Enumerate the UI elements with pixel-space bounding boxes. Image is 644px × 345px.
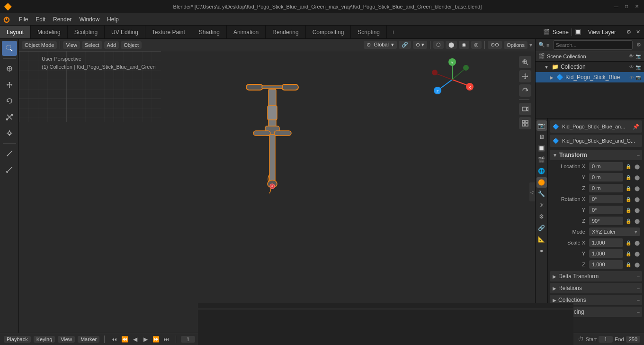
right-panel-collapse[interactable]: ◁	[529, 182, 535, 201]
prop-active-data-row[interactable]: 🔷 Kid_Pogo_Stick_Blue_and_G...	[550, 135, 642, 147]
viewport-gizmo[interactable]: Y X Z	[431, 58, 474, 101]
outliner-filter-icon[interactable]: ≡	[546, 42, 549, 48]
pogo-eye-icon[interactable]: 👁	[629, 75, 634, 80]
snap-button[interactable]: 🔗	[399, 41, 411, 49]
viewport-view-menu[interactable]: View	[63, 41, 80, 49]
shading-material-button[interactable]: ◉	[459, 41, 469, 49]
prop-view-layer-icon[interactable]: 🔲	[537, 143, 547, 154]
location-z-anim[interactable]: ⬤	[634, 185, 640, 191]
prop-output-icon[interactable]: 🖥	[537, 132, 547, 142]
rotation-y-lock[interactable]: 🔒	[625, 207, 632, 213]
zoom-tool[interactable]	[519, 56, 531, 68]
prev-frame-button[interactable]: ◀	[130, 335, 140, 344]
jump-prev-button[interactable]: ⏪	[120, 335, 129, 344]
prop-material-icon[interactable]: ●	[537, 245, 547, 256]
scene-name[interactable]: Scene	[553, 29, 569, 36]
location-y-anim[interactable]: ⬤	[634, 174, 640, 181]
keying-menu[interactable]: Keying	[34, 336, 55, 343]
shading-render-button[interactable]: ◎	[471, 41, 482, 49]
viewport-object-menu[interactable]: Object	[121, 41, 142, 49]
collection-eye-icon[interactable]: 👁	[629, 64, 634, 70]
transform-tool-button[interactable]	[2, 126, 17, 141]
rotation-x-anim[interactable]: ⬤	[634, 196, 640, 202]
prop-active-object-row[interactable]: 🔷 Kid_Pogo_Stick_Blue_an... 📌	[550, 120, 642, 133]
prop-render-icon[interactable]: 📷	[537, 120, 547, 131]
tab-rendering[interactable]: Rendering	[266, 26, 305, 38]
location-y-lock[interactable]: 🔒	[625, 174, 632, 181]
next-frame-button[interactable]: ⏩	[151, 335, 161, 344]
pogo-render-icon[interactable]: 📷	[635, 75, 641, 80]
rotate-tool-button[interactable]	[2, 93, 17, 109]
menu-help[interactable]: Help	[103, 15, 123, 24]
tab-layout[interactable]: Layout	[0, 26, 31, 38]
rotation-mode-dropdown[interactable]: XYZ Euler ▾	[589, 227, 640, 236]
measure-tool-button[interactable]	[2, 162, 17, 177]
select-tool-button[interactable]	[2, 41, 17, 56]
cursor-tool-button[interactable]	[2, 61, 17, 76]
jump-end-button[interactable]: ⏭	[161, 335, 171, 344]
prop-particles-icon[interactable]: ✳	[537, 200, 547, 210]
scale-z-anim[interactable]: ⬤	[634, 261, 640, 268]
menu-edit[interactable]: Edit	[32, 15, 49, 24]
jump-start-button[interactable]: ⏮	[109, 335, 119, 344]
prop-object-data-icon[interactable]: 📐	[537, 234, 547, 245]
layout-view-tool[interactable]	[519, 117, 531, 129]
scale-y-anim[interactable]: ⬤	[634, 250, 640, 257]
viewport-canvas[interactable]: User Perspective (1) Collection | Kid_Po…	[19, 51, 535, 333]
relations-header[interactable]: ▶ Relations ···	[550, 283, 642, 293]
rotation-z-lock[interactable]: 🔒	[625, 218, 632, 224]
pivot-dropdown[interactable]: ⊙ Global ▾	[364, 41, 397, 49]
location-z-lock[interactable]: 🔒	[625, 185, 632, 191]
tab-modeling[interactable]: Modeling	[31, 26, 68, 38]
shading-wire-button[interactable]: ⬡	[433, 41, 444, 49]
end-frame-field[interactable]: 250	[626, 336, 640, 343]
tab-sculpting[interactable]: Sculpting	[68, 26, 105, 38]
current-frame-indicator[interactable]: 1	[181, 336, 195, 343]
orbit-tool[interactable]	[519, 84, 531, 97]
camera-view-tool[interactable]	[519, 103, 531, 115]
marker-menu[interactable]: Marker	[78, 336, 99, 343]
shading-solid-button[interactable]: ⬤	[446, 41, 457, 49]
transform-section-header[interactable]: ▼ Transform ···	[550, 150, 642, 160]
playback-menu[interactable]: Playback	[4, 336, 31, 343]
pan-tool[interactable]	[519, 70, 531, 82]
tab-animation[interactable]: Animation	[227, 26, 266, 38]
prop-scene-icon[interactable]: 🎬	[537, 154, 547, 165]
rotation-x-lock[interactable]: 🔒	[625, 196, 632, 202]
viewport[interactable]: Object Mode View Select Add Object ⊙ Glo…	[19, 39, 535, 333]
prop-physics-icon[interactable]: ⚙	[537, 211, 547, 222]
scale-x-anim[interactable]: ⬤	[634, 239, 640, 246]
rotation-x-field[interactable]: 0°	[589, 195, 623, 203]
proportional-button[interactable]: ⊙ ▾	[413, 41, 427, 49]
workspace-close-icon[interactable]: ✕	[636, 29, 640, 35]
outliner-row-collection[interactable]: ▼ 📁 Collection 👁 📷	[536, 62, 644, 72]
tab-uv-editing[interactable]: UV Editing	[105, 26, 145, 38]
rotation-y-field[interactable]: 0°	[589, 206, 623, 214]
prop-world-icon[interactable]: 🌐	[537, 166, 547, 176]
tab-scripting[interactable]: Scripting	[351, 26, 387, 38]
outliner-row-pogo[interactable]: ▶ 🔷 Kid_Pogo_Stick_Blue 👁 📷	[536, 72, 644, 82]
maximize-button[interactable]: □	[623, 3, 630, 10]
scene-collection-eye-icon[interactable]: 👁	[629, 54, 634, 59]
scale-x-lock[interactable]: 🔒	[625, 239, 632, 246]
view-layer-name[interactable]: View Layer	[584, 29, 620, 36]
prop-pin-icon[interactable]: 📌	[633, 124, 639, 130]
location-z-field[interactable]: 0 m	[589, 184, 623, 192]
rotation-z-anim[interactable]: ⬤	[634, 218, 640, 224]
viewport-select-menu[interactable]: Select	[82, 41, 102, 49]
rotation-y-anim[interactable]: ⬤	[634, 207, 640, 213]
scale-tool-button[interactable]	[2, 109, 17, 125]
scene-collection-render-icon[interactable]: 📷	[635, 54, 641, 59]
scale-y-lock[interactable]: 🔒	[625, 250, 632, 257]
add-workspace-button[interactable]: +	[387, 26, 400, 38]
menu-file[interactable]: File	[15, 15, 32, 24]
location-x-field[interactable]: 0 m	[589, 162, 623, 171]
scale-x-field[interactable]: 1.000	[589, 238, 623, 247]
location-y-field[interactable]: 0 m	[589, 173, 623, 182]
move-tool-button[interactable]	[2, 77, 17, 92]
collection-render-icon[interactable]: 📷	[635, 64, 641, 70]
close-button[interactable]: ✕	[634, 3, 640, 10]
prop-object-icon[interactable]: 🟠	[537, 177, 547, 188]
viewport-add-menu[interactable]: Add	[104, 41, 119, 49]
tab-shading[interactable]: Shading	[192, 26, 227, 38]
